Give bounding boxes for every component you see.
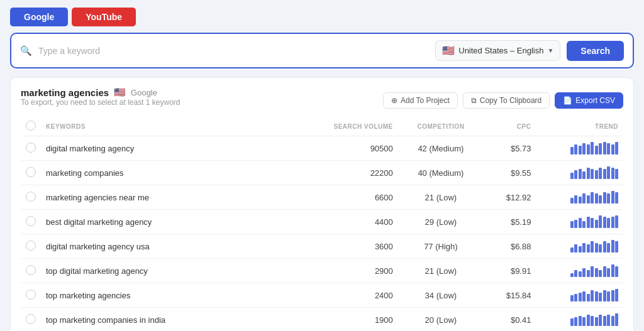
col-check bbox=[21, 117, 41, 136]
trend-bar bbox=[599, 293, 602, 301]
volume-cell: 2900 bbox=[294, 259, 398, 283]
trend-bar bbox=[603, 241, 606, 252]
table-row: digital marketing agency9050042 (Medium)… bbox=[21, 136, 623, 161]
keyword-cell: top digital marketing agency bbox=[41, 259, 294, 283]
export-label: Export CSV bbox=[575, 96, 615, 105]
search-input[interactable] bbox=[38, 46, 429, 56]
tab-youtube[interactable]: YouTube bbox=[72, 8, 136, 26]
trend-bar bbox=[587, 315, 590, 326]
trend-bar bbox=[599, 143, 602, 155]
keyword-cell: marketing agencies near me bbox=[41, 185, 294, 210]
competition-cell: 40 (Medium) bbox=[398, 161, 484, 185]
trend-bar bbox=[615, 313, 618, 326]
row-checkbox[interactable] bbox=[26, 314, 36, 324]
trend-bar bbox=[603, 169, 606, 179]
row-checkbox[interactable] bbox=[26, 216, 36, 226]
trend-bar bbox=[574, 220, 577, 228]
volume-cell: 3600 bbox=[294, 234, 398, 259]
trend-bar bbox=[582, 291, 586, 301]
trend-bar bbox=[595, 220, 598, 228]
search-bar: 🔍 🇺🇸 United States – English ▼ Search bbox=[10, 33, 634, 68]
row-checkbox[interactable] bbox=[26, 167, 36, 177]
results-flag: 🇺🇸 bbox=[114, 87, 126, 98]
trend-cell bbox=[536, 210, 623, 234]
export-icon: 📄 bbox=[563, 96, 572, 105]
trend-bar bbox=[570, 273, 574, 277]
volume-cell: 6600 bbox=[294, 185, 398, 210]
select-all-checkbox[interactable] bbox=[26, 121, 36, 131]
trend-cell bbox=[536, 161, 623, 185]
tab-bar: Google YouTube bbox=[10, 8, 634, 26]
trend-bar bbox=[607, 243, 610, 252]
trend-bar bbox=[587, 270, 590, 277]
trend-bar bbox=[579, 246, 582, 252]
row-checkbox[interactable] bbox=[26, 290, 36, 300]
action-buttons: ⊕ Add To Project ⧉ Copy To Clipboard 📄 E… bbox=[383, 92, 623, 109]
trend-bar bbox=[591, 316, 594, 326]
trend-bar bbox=[582, 171, 586, 179]
cpc-cell: $5.73 bbox=[484, 136, 536, 161]
competition-cell: 21 (Low) bbox=[398, 185, 484, 210]
trend-bar bbox=[611, 316, 614, 326]
row-checkbox[interactable] bbox=[26, 143, 36, 153]
trend-bar bbox=[611, 144, 614, 155]
locale-selector[interactable]: 🇺🇸 United States – English ▼ bbox=[435, 40, 560, 61]
trend-bar bbox=[603, 290, 606, 301]
trend-bar bbox=[591, 169, 594, 179]
table-row: digital marketing agency usa360077 (High… bbox=[21, 234, 623, 259]
table-row: top marketing companies in india190020 (… bbox=[21, 308, 623, 332]
keywords-table: Keywords Search Volume Competition CPC T… bbox=[21, 117, 623, 331]
keyword-cell: digital marketing agency usa bbox=[41, 234, 294, 259]
table-row: marketing agencies near me660021 (Low)$1… bbox=[21, 185, 623, 210]
trend-bar bbox=[570, 198, 574, 203]
copy-label: Copy To Clipboard bbox=[480, 96, 542, 105]
cpc-cell: $9.55 bbox=[484, 161, 536, 185]
row-checkbox[interactable] bbox=[26, 241, 36, 251]
add-to-project-button[interactable]: ⊕ Add To Project bbox=[383, 92, 458, 109]
tab-google[interactable]: Google bbox=[10, 8, 68, 26]
trend-bar bbox=[574, 294, 577, 301]
trend-bar bbox=[599, 315, 602, 326]
trend-bar bbox=[570, 147, 574, 155]
trend-cell bbox=[536, 283, 623, 308]
trend-cell bbox=[536, 136, 623, 161]
trend-bar bbox=[574, 170, 577, 179]
trend-bar bbox=[607, 268, 610, 277]
volume-cell: 90500 bbox=[294, 136, 398, 161]
trend-cell bbox=[536, 259, 623, 283]
col-trend: Trend bbox=[536, 117, 623, 136]
competition-cell: 77 (High) bbox=[398, 234, 484, 259]
row-checkbox[interactable] bbox=[26, 192, 36, 202]
cpc-cell: $6.88 bbox=[484, 234, 536, 259]
trend-bar bbox=[607, 193, 610, 203]
trend-bar bbox=[591, 142, 594, 155]
row-checkbox[interactable] bbox=[26, 265, 36, 275]
col-competition: Competition bbox=[398, 117, 484, 136]
trend-bar bbox=[607, 143, 610, 155]
trend-bar bbox=[579, 316, 582, 326]
trend-bar bbox=[603, 192, 606, 203]
trend-bar bbox=[587, 244, 590, 252]
copy-to-clipboard-button[interactable]: ⧉ Copy To Clipboard bbox=[463, 92, 550, 109]
trend-bar bbox=[603, 142, 606, 155]
volume-cell: 4400 bbox=[294, 210, 398, 234]
trend-bar bbox=[607, 291, 610, 301]
copy-icon: ⧉ bbox=[471, 96, 477, 105]
trend-bar bbox=[587, 168, 590, 179]
trend-bar bbox=[603, 316, 606, 326]
export-csv-button[interactable]: 📄 Export CSV bbox=[555, 92, 623, 109]
competition-cell: 42 (Medium) bbox=[398, 136, 484, 161]
trend-bar bbox=[579, 146, 582, 155]
trend-bar bbox=[574, 144, 577, 155]
volume-cell: 2400 bbox=[294, 283, 398, 308]
cpc-cell: $15.84 bbox=[484, 283, 536, 308]
trend-bar bbox=[574, 195, 577, 203]
trend-bar bbox=[599, 215, 602, 228]
col-keywords: Keywords bbox=[41, 117, 294, 136]
results-area: marketing agencies 🇺🇸 Google To export, … bbox=[10, 77, 634, 331]
trend-bar bbox=[591, 218, 594, 228]
table-row: top digital marketing agency290021 (Low)… bbox=[21, 259, 623, 283]
cpc-cell: $0.41 bbox=[484, 308, 536, 332]
search-button[interactable]: Search bbox=[567, 41, 624, 61]
results-subtitle: To export, you need to select at least 1… bbox=[21, 98, 180, 107]
